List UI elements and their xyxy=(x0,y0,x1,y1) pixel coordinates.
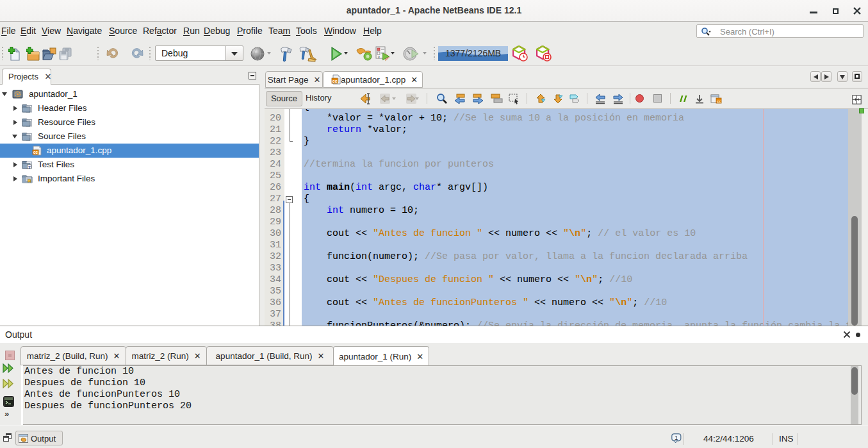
svg-text:cc: cc xyxy=(332,79,338,83)
svg-text:T: T xyxy=(28,165,31,169)
svg-text:cc: cc xyxy=(717,99,721,103)
svg-text:1: 1 xyxy=(675,435,678,441)
svg-text:cc: cc xyxy=(33,150,38,154)
